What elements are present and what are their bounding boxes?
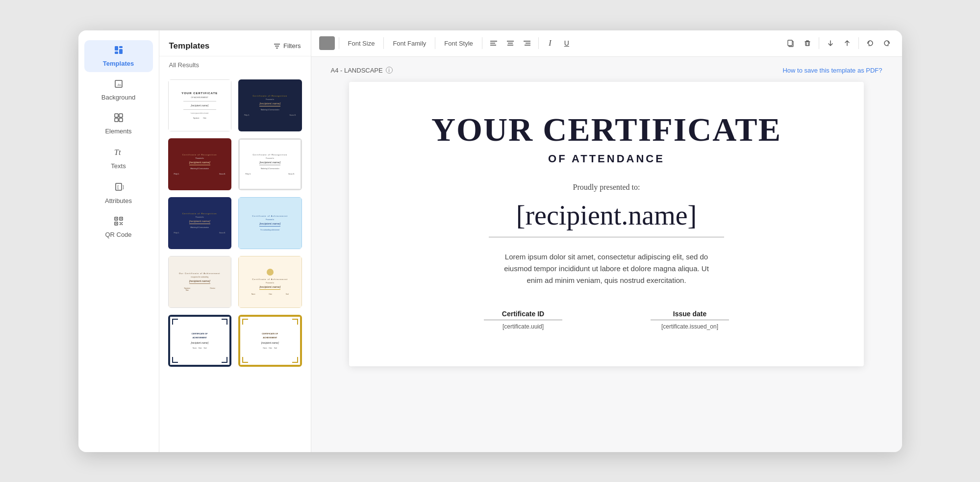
sidebar-item-qrcode-label: QR Code bbox=[105, 231, 131, 238]
templates-panel: Templates Filters All Results YOUR CERTI… bbox=[159, 30, 311, 452]
texts-icon: Tt bbox=[113, 147, 124, 160]
sidebar-item-attributes-label: Attributes bbox=[105, 197, 132, 204]
certificate-line bbox=[489, 237, 724, 237]
canvas-area: A4 - LANDSCAPE i How to save this templa… bbox=[311, 57, 902, 452]
toolbar-divider-6 bbox=[819, 37, 819, 49]
delete-button[interactable] bbox=[800, 36, 815, 51]
templates-panel-title: Templates bbox=[169, 41, 210, 51]
certificate-title: YOUR CERTIFICATE bbox=[431, 111, 781, 148]
canvas-meta: A4 - LANDSCAPE i How to save this templa… bbox=[331, 67, 882, 74]
sidebar: Templates Background Elements bbox=[78, 30, 159, 452]
templates-icon bbox=[114, 45, 124, 57]
align-center-button[interactable] bbox=[503, 36, 518, 51]
info-icon[interactable]: i bbox=[386, 67, 393, 74]
qrcode-icon bbox=[114, 216, 124, 228]
svg-rect-16 bbox=[116, 223, 117, 224]
align-left-button[interactable] bbox=[486, 36, 501, 51]
template-card-8[interactable]: Certificate of Achievement Presented to … bbox=[237, 255, 303, 309]
svg-text:[ ]: [ ] bbox=[117, 185, 124, 190]
font-family-button[interactable]: Font Family bbox=[388, 37, 431, 50]
svg-rect-17 bbox=[120, 222, 121, 223]
italic-button[interactable]: I bbox=[543, 36, 557, 51]
svg-rect-12 bbox=[116, 218, 117, 219]
align-right-button[interactable] bbox=[520, 36, 534, 51]
color-swatch[interactable] bbox=[319, 36, 335, 50]
move-up-button[interactable] bbox=[840, 36, 854, 51]
redo-button[interactable] bbox=[879, 36, 894, 51]
elements-icon bbox=[114, 113, 124, 125]
template-card-4[interactable]: Certificate of Recognition Presented to … bbox=[237, 137, 303, 191]
svg-rect-5 bbox=[119, 114, 123, 117]
canvas-label: A4 - LANDSCAPE i bbox=[331, 67, 393, 74]
template-card-7[interactable]: Our Certificate of Achievement recognize… bbox=[167, 255, 233, 309]
certificate-id-item: Certificate ID [certificate.uuid] bbox=[484, 310, 562, 330]
svg-rect-18 bbox=[122, 222, 123, 223]
background-icon bbox=[114, 79, 124, 91]
svg-rect-20 bbox=[122, 224, 123, 225]
templates-subtitle: All Results bbox=[159, 56, 311, 74]
svg-rect-21 bbox=[121, 223, 122, 224]
toolbar-divider-2 bbox=[383, 37, 384, 49]
svg-rect-14 bbox=[121, 218, 122, 219]
svg-rect-4 bbox=[115, 114, 118, 117]
toolbar-divider-4 bbox=[482, 37, 482, 49]
underline-button[interactable]: U bbox=[559, 36, 574, 51]
template-card-6[interactable]: Certificate of Achievement Presented to … bbox=[237, 196, 303, 250]
font-style-button[interactable]: Font Style bbox=[439, 37, 478, 50]
templates-grid: YOUR CERTIFICATE OF ACHIEVEMENT [recipie… bbox=[159, 74, 311, 373]
toolbar-right bbox=[783, 36, 894, 51]
copy-button[interactable] bbox=[783, 36, 798, 51]
template-card-3[interactable]: Certificate of Recognition Presented to … bbox=[167, 137, 233, 191]
certificate-presented-to: Proudly presented to: bbox=[573, 183, 640, 192]
app-window: Templates Background Elements bbox=[78, 30, 902, 452]
sidebar-item-background[interactable]: Background bbox=[84, 74, 153, 106]
undo-button[interactable] bbox=[863, 36, 878, 51]
pdf-help-link[interactable]: How to save this template as PDF? bbox=[782, 67, 882, 74]
svg-rect-36 bbox=[805, 42, 809, 46]
sidebar-item-templates[interactable]: Templates bbox=[84, 40, 153, 72]
templates-header: Templates Filters bbox=[159, 30, 311, 56]
certificate-canvas: YOUR CERTIFICATE OF ATTENDANCE Proudly p… bbox=[349, 82, 864, 366]
move-down-button[interactable] bbox=[823, 36, 838, 51]
main-area: Font Size Font Family Font Style I U bbox=[311, 30, 902, 452]
sidebar-item-background-label: Background bbox=[101, 94, 135, 101]
certificate-id-value: [certificate.uuid] bbox=[503, 323, 544, 330]
underline-icon: U bbox=[564, 39, 569, 47]
sidebar-item-templates-label: Templates bbox=[103, 60, 134, 67]
template-card-9[interactable]: CERTIFICATE OF ACHIEVEMENT [recipient.na… bbox=[167, 314, 233, 368]
svg-rect-35 bbox=[788, 40, 792, 46]
certificate-id-label: Certificate ID bbox=[484, 310, 562, 320]
template-card-2[interactable]: Certificate of Recognition Presented to … bbox=[237, 78, 303, 132]
sidebar-item-attributes[interactable]: [ ] Attributes bbox=[84, 177, 153, 209]
certificate-footer: Certificate ID [certificate.uuid] Issue … bbox=[484, 310, 729, 330]
sidebar-item-texts-label: Texts bbox=[111, 162, 126, 170]
italic-icon: I bbox=[549, 39, 551, 48]
certificate-date-item: Issue date [certificate.issued_on] bbox=[651, 310, 729, 330]
template-card-5[interactable]: Certificate of Recognition Presented to … bbox=[167, 196, 233, 250]
svg-rect-1 bbox=[119, 46, 123, 48]
toolbar-divider-3 bbox=[435, 37, 435, 49]
svg-rect-0 bbox=[115, 46, 118, 51]
toolbar: Font Size Font Family Font Style I U bbox=[311, 30, 902, 57]
template-card-10[interactable]: CERTIFICATE OF ACHIEVEMENT [recipient.na… bbox=[237, 314, 303, 368]
sidebar-item-texts[interactable]: Tt Texts bbox=[84, 142, 153, 175]
sidebar-item-elements[interactable]: Elements bbox=[84, 108, 153, 140]
sidebar-item-elements-label: Elements bbox=[105, 127, 131, 135]
svg-rect-3 bbox=[115, 51, 118, 54]
toolbar-divider-1 bbox=[339, 37, 339, 49]
svg-rect-19 bbox=[120, 224, 121, 225]
svg-text:Tt: Tt bbox=[114, 148, 121, 156]
certificate-subtitle: OF ATTENDANCE bbox=[548, 152, 665, 165]
certificate-date-value: [certificate.issued_on] bbox=[661, 323, 718, 330]
toolbar-divider-5 bbox=[538, 37, 539, 49]
template-card-1[interactable]: YOUR CERTIFICATE OF ACHIEVEMENT [recipie… bbox=[167, 78, 233, 132]
sidebar-item-qrcode[interactable]: QR Code bbox=[84, 211, 153, 243]
svg-rect-6 bbox=[115, 118, 118, 122]
attributes-icon: [ ] bbox=[113, 181, 124, 195]
certificate-description: Lorem ipsum dolor sit amet, consectetur … bbox=[499, 251, 714, 286]
font-size-button[interactable]: Font Size bbox=[343, 37, 380, 50]
filters-button[interactable]: Filters bbox=[274, 42, 301, 50]
certificate-recipient[interactable]: [recipient.name] bbox=[516, 200, 697, 231]
certificate-date-label: Issue date bbox=[651, 310, 729, 320]
filters-label: Filters bbox=[283, 42, 301, 50]
